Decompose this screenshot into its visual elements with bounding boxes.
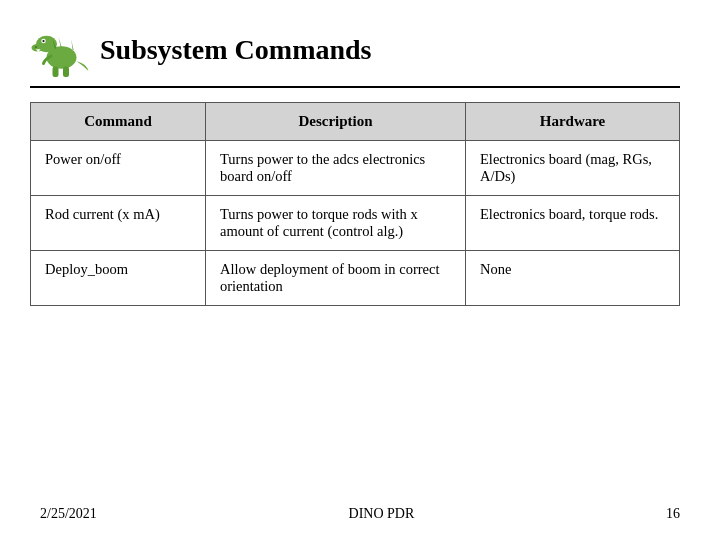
page-title: Subsystem Commands [100, 34, 372, 66]
table-row: Power on/off Turns power to the adcs ele… [31, 141, 680, 196]
row2-hardware: Electronics board, torque rods. [466, 196, 680, 251]
row3-description: Allow deployment of boom in correct orie… [206, 251, 466, 306]
dino-icon [30, 20, 90, 80]
footer: 2/25/2021 DINO PDR 16 [0, 506, 720, 522]
svg-marker-9 [71, 40, 73, 51]
svg-rect-10 [53, 67, 59, 78]
svg-point-5 [35, 46, 37, 48]
svg-marker-7 [59, 37, 62, 48]
row1-description: Turns power to the adcs electronics boar… [206, 141, 466, 196]
col-description: Description [206, 103, 466, 141]
row2-description: Turns power to torque rods with x amount… [206, 196, 466, 251]
commands-table: Command Description Hardware Power on/of… [30, 102, 680, 306]
col-hardware: Hardware [466, 103, 680, 141]
footer-page: 16 [666, 506, 680, 522]
col-command: Command [31, 103, 206, 141]
footer-center: DINO PDR [349, 506, 415, 522]
table-row: Rod current (x mA) Turns power to torque… [31, 196, 680, 251]
table-row: Deploy_boom Allow deployment of boom in … [31, 251, 680, 306]
title-divider [30, 86, 680, 88]
footer-date: 2/25/2021 [40, 506, 97, 522]
row2-command: Rod current (x mA) [31, 196, 206, 251]
table-header-row: Command Description Hardware [31, 103, 680, 141]
row3-hardware: None [466, 251, 680, 306]
row1-hardware: Electronics board (mag, RGs, A/Ds) [466, 141, 680, 196]
row3-command: Deploy_boom [31, 251, 206, 306]
row1-command: Power on/off [31, 141, 206, 196]
svg-point-4 [42, 40, 44, 42]
header: Subsystem Commands [30, 20, 680, 80]
svg-rect-11 [63, 67, 69, 78]
svg-marker-8 [65, 37, 67, 48]
page: Subsystem Commands Command Description H… [0, 0, 720, 540]
